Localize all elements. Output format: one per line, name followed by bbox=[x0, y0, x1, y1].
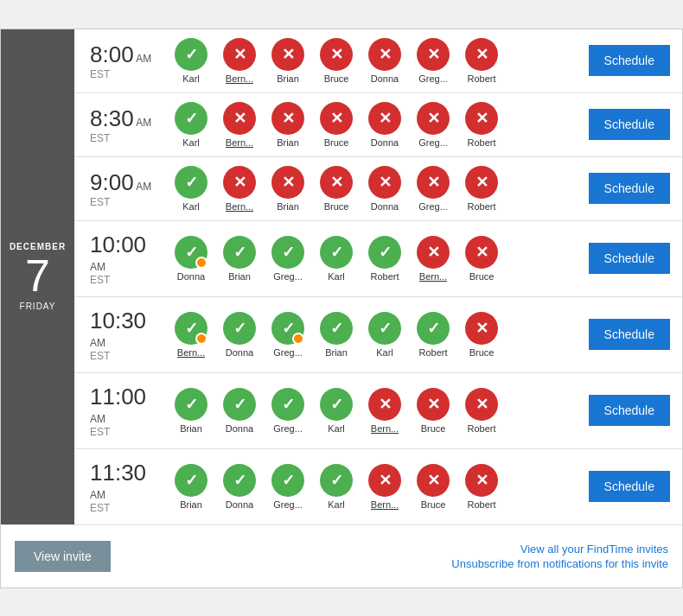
check-icon bbox=[379, 242, 392, 262]
person-name[interactable]: Bern... bbox=[419, 271, 447, 282]
person-icon-green bbox=[175, 102, 207, 135]
person-icon-green bbox=[320, 464, 353, 497]
person-name: Robert bbox=[467, 423, 495, 434]
person-name: Robert bbox=[418, 347, 447, 358]
person-icon-green bbox=[417, 312, 450, 345]
person-5: Bern... bbox=[414, 236, 452, 282]
view-all-invites-link[interactable]: View all your FindTime invites bbox=[520, 543, 668, 556]
x-icon bbox=[379, 108, 392, 128]
unsubscribe-link[interactable]: Unsubscribe from notifications for this … bbox=[451, 557, 668, 570]
x-icon bbox=[379, 44, 392, 64]
person-6: Robert bbox=[463, 166, 501, 212]
person-4: Bern... bbox=[366, 464, 404, 510]
time-slot-row-5: 11:00 AM EST BrianDonnaGreg...KarlBern..… bbox=[1, 372, 682, 448]
schedule-button-6[interactable]: Schedule bbox=[589, 471, 670, 502]
view-invite-button[interactable]: View invite bbox=[15, 541, 111, 572]
person-icon-red bbox=[368, 166, 401, 199]
person-icon-green bbox=[271, 464, 304, 497]
person-name[interactable]: Bern... bbox=[226, 73, 253, 84]
schedule-button-0[interactable]: Schedule bbox=[589, 45, 670, 76]
x-icon bbox=[476, 470, 488, 490]
schedule-button-4[interactable]: Schedule bbox=[589, 319, 670, 350]
footer: View invite View all your FindTime invit… bbox=[1, 525, 682, 587]
person-name: Karl bbox=[328, 423, 345, 434]
person-icon-red bbox=[368, 464, 401, 497]
person-name: Karl bbox=[376, 347, 393, 358]
person-name[interactable]: Bern... bbox=[226, 201, 253, 212]
person-icon-red bbox=[465, 388, 498, 421]
person-3: Brian bbox=[317, 312, 355, 358]
schedule-button-5[interactable]: Schedule bbox=[589, 395, 670, 426]
person-1: Brian bbox=[220, 236, 259, 282]
check-icon bbox=[233, 242, 246, 262]
action-cell-1: Schedule bbox=[583, 92, 682, 156]
person-1: Donna bbox=[220, 464, 259, 510]
people-cell-6: BrianDonnaGreg...KarlBern...BruceRobert bbox=[165, 448, 583, 524]
person-name[interactable]: Bern... bbox=[177, 347, 205, 358]
x-icon bbox=[427, 108, 440, 128]
x-icon bbox=[379, 470, 392, 490]
person-5: Bruce bbox=[414, 388, 452, 434]
person-name: Robert bbox=[467, 137, 495, 148]
person-icon-green bbox=[175, 38, 207, 71]
person-name: Donna bbox=[177, 271, 205, 282]
time-ampm: AM bbox=[90, 489, 105, 501]
date-cell: DECEMBER 7 FRIDAY bbox=[1, 29, 74, 525]
time-tz: EST bbox=[90, 350, 158, 362]
person-name: Greg... bbox=[418, 137, 448, 148]
schedule-button-1[interactable]: Schedule bbox=[589, 109, 670, 140]
check-icon bbox=[282, 394, 295, 414]
person-5: Bruce bbox=[414, 464, 452, 510]
time-slot-row-3: 10:00 AM EST DonnaBrianGreg...KarlRobert… bbox=[1, 220, 682, 296]
schedule-button-2[interactable]: Schedule bbox=[589, 173, 670, 204]
person-icon-green bbox=[271, 312, 304, 345]
person-icon-red bbox=[223, 38, 256, 71]
person-0: Bern... bbox=[172, 312, 210, 358]
check-icon bbox=[233, 394, 246, 414]
action-cell-3: Schedule bbox=[583, 220, 682, 296]
person-4: Donna bbox=[366, 38, 404, 84]
time-tz: EST bbox=[90, 426, 158, 438]
time-cell-6: 11:30 AM EST bbox=[74, 448, 165, 524]
x-icon bbox=[476, 242, 488, 262]
person-name: Karl bbox=[182, 137, 200, 148]
x-icon bbox=[476, 44, 488, 64]
person-name: Robert bbox=[467, 499, 495, 510]
person-2: Greg... bbox=[269, 388, 307, 434]
date-weekday: FRIDAY bbox=[5, 302, 70, 311]
person-name[interactable]: Bern... bbox=[371, 423, 399, 434]
time-ampm: AM bbox=[134, 181, 152, 193]
person-name[interactable]: Bern... bbox=[371, 499, 399, 510]
person-icon-red bbox=[417, 388, 450, 421]
person-name: Bruce bbox=[324, 73, 349, 84]
x-icon bbox=[476, 108, 488, 128]
person-name: Brian bbox=[277, 73, 299, 84]
person-1: Donna bbox=[220, 312, 259, 358]
person-icon-red bbox=[320, 166, 353, 199]
check-icon bbox=[330, 394, 343, 414]
person-3: Karl bbox=[317, 464, 355, 510]
person-name[interactable]: Bern... bbox=[226, 137, 253, 148]
person-name: Donna bbox=[371, 73, 399, 84]
people-cell-3: DonnaBrianGreg...KarlRobertBern...Bruce bbox=[165, 220, 583, 296]
person-name: Bruce bbox=[324, 201, 349, 212]
time-cell-3: 10:00 AM EST bbox=[74, 220, 165, 296]
person-6: Robert bbox=[463, 464, 501, 510]
person-icon-red bbox=[271, 38, 304, 71]
person-2: Greg... bbox=[269, 464, 307, 510]
person-icon-green bbox=[223, 236, 256, 269]
action-cell-2: Schedule bbox=[583, 156, 682, 220]
person-icon-red bbox=[465, 236, 498, 269]
person-icon-red bbox=[368, 388, 401, 421]
time-value: 11:00 bbox=[90, 384, 146, 410]
person-3: Karl bbox=[317, 388, 355, 434]
person-3: Bruce bbox=[317, 102, 355, 148]
person-name: Donna bbox=[226, 499, 253, 510]
person-icon-red bbox=[320, 102, 353, 135]
schedule-button-3[interactable]: Schedule bbox=[589, 243, 670, 274]
x-icon bbox=[427, 394, 440, 414]
person-name: Greg... bbox=[418, 73, 448, 84]
person-name: Bruce bbox=[421, 423, 446, 434]
check-icon bbox=[330, 470, 343, 490]
person-name: Donna bbox=[226, 423, 253, 434]
